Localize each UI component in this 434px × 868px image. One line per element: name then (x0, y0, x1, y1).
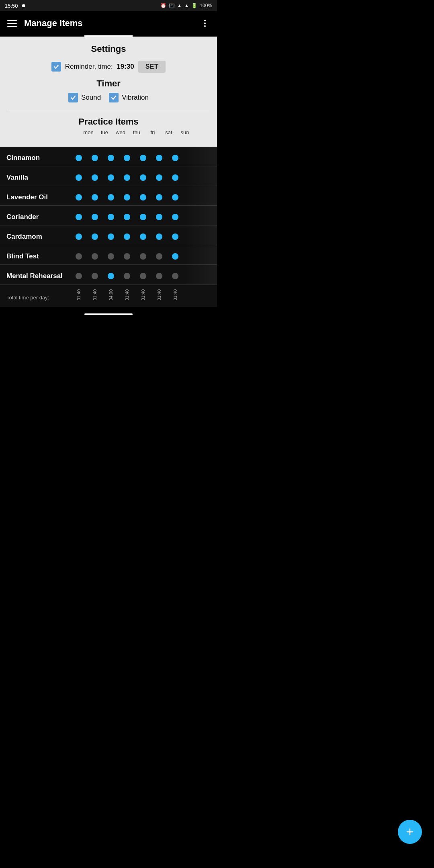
settings-divider (8, 110, 209, 110)
menu-button[interactable] (6, 18, 18, 29)
day-dot[interactable] (156, 273, 162, 279)
day-dot[interactable] (124, 174, 130, 181)
day-dot[interactable] (76, 233, 82, 240)
day-dot[interactable] (172, 155, 178, 161)
item-name: Vanilla (6, 174, 71, 182)
media-icon: ⏺ (21, 3, 26, 8)
day-dot[interactable] (92, 174, 98, 181)
day-dot[interactable] (156, 233, 162, 240)
day-total-time: 01:40 (76, 289, 81, 301)
item-name: Blind Test (6, 252, 71, 260)
vibrate-icon: 📳 (169, 3, 175, 8)
day-dot[interactable] (92, 155, 98, 161)
day-dot[interactable] (108, 233, 114, 240)
day-label: sat (161, 129, 177, 135)
day-label: fri (145, 129, 161, 135)
item-name: Cardamom (6, 233, 71, 241)
day-dot[interactable] (92, 214, 98, 220)
day-dot[interactable] (92, 194, 98, 201)
settings-section: Settings Reminder, time: 19:30 SET Timer… (0, 37, 217, 147)
footer-times: 01:4001:4004:0001:4001:4001:4001:40 (71, 289, 211, 301)
bottom-bar (0, 307, 217, 321)
table-row[interactable]: Blind Test (0, 245, 217, 265)
day-dot[interactable] (156, 194, 162, 201)
table-row[interactable]: Lavender Oil (0, 186, 217, 206)
day-dot[interactable] (108, 174, 114, 181)
item-dots (71, 155, 211, 161)
reminder-time-value: 19:30 (117, 63, 134, 70)
day-dot[interactable] (76, 273, 82, 279)
day-label: tue (96, 129, 113, 135)
day-dot[interactable] (156, 174, 162, 181)
day-dot[interactable] (140, 273, 146, 279)
more-options-button[interactable] (199, 18, 211, 29)
day-dot[interactable] (172, 253, 178, 260)
page-title: Manage Items (24, 18, 193, 29)
item-dots (71, 214, 211, 220)
table-row[interactable]: Coriander (0, 206, 217, 225)
day-dot[interactable] (108, 155, 114, 161)
day-dot[interactable] (124, 194, 130, 201)
day-total-time: 01:40 (125, 289, 129, 301)
day-dot[interactable] (76, 194, 82, 201)
items-list: CinnamonVanillaLavender OilCorianderCard… (0, 147, 217, 285)
timer-row: Sound Vibration (8, 93, 209, 102)
day-dot[interactable] (156, 253, 162, 260)
day-dot[interactable] (172, 233, 178, 240)
table-row[interactable]: Cardamom (0, 225, 217, 245)
table-row[interactable]: Mental Rehearsal (0, 265, 217, 285)
day-dot[interactable] (108, 194, 114, 201)
status-right: ⏰ 📳 ▲ ▲ 🔋 100% (160, 3, 212, 8)
day-dot[interactable] (92, 233, 98, 240)
day-dot[interactable] (108, 253, 114, 260)
alarm-icon: ⏰ (160, 3, 166, 8)
day-dot[interactable] (124, 273, 130, 279)
day-dot[interactable] (124, 253, 130, 260)
day-dot[interactable] (140, 233, 146, 240)
day-dot[interactable] (76, 253, 82, 260)
day-dot[interactable] (92, 273, 98, 279)
day-dot[interactable] (124, 155, 130, 161)
day-dot[interactable] (172, 194, 178, 201)
table-row[interactable]: Cinnamon (0, 147, 217, 166)
status-left: 15:50 ⏺ (5, 3, 26, 9)
day-dot[interactable] (140, 174, 146, 181)
day-dot[interactable] (140, 155, 146, 161)
day-dot[interactable] (156, 155, 162, 161)
settings-title: Settings (8, 44, 209, 54)
battery-icon: 🔋 (191, 3, 197, 8)
vibration-option: Vibration (109, 93, 149, 102)
vibration-checkbox[interactable] (109, 93, 119, 102)
status-bar: 15:50 ⏺ ⏰ 📳 ▲ ▲ 🔋 100% (0, 0, 217, 11)
day-dot[interactable] (124, 214, 130, 220)
app-bar: Manage Items (0, 11, 217, 35)
day-dot[interactable] (92, 253, 98, 260)
reminder-label: Reminder, time: 19:30 (65, 63, 134, 71)
vibration-label: Vibration (122, 94, 149, 102)
day-dot[interactable] (140, 214, 146, 220)
status-time: 15:50 (5, 3, 18, 9)
wifi-icon: ▲ (177, 3, 182, 8)
day-dot[interactable] (140, 253, 146, 260)
day-total-time: 01:40 (92, 289, 97, 301)
day-dot[interactable] (108, 214, 114, 220)
set-time-button[interactable]: SET (138, 61, 166, 73)
day-dot[interactable] (140, 194, 146, 201)
battery-percent: 100% (200, 3, 212, 8)
day-dot[interactable] (172, 174, 178, 181)
day-dot[interactable] (76, 214, 82, 220)
day-dot[interactable] (124, 233, 130, 240)
item-dots (71, 194, 211, 201)
day-dot[interactable] (76, 174, 82, 181)
day-dot[interactable] (108, 273, 114, 279)
sound-checkbox[interactable] (68, 93, 78, 102)
table-row[interactable]: Vanilla (0, 166, 217, 186)
day-dot[interactable] (156, 214, 162, 220)
day-dot[interactable] (172, 214, 178, 220)
sound-label: Sound (81, 94, 101, 102)
reminder-checkbox[interactable] (51, 62, 61, 72)
day-dot[interactable] (76, 155, 82, 161)
item-dots (71, 253, 211, 260)
timer-title: Timer (8, 78, 209, 89)
day-dot[interactable] (172, 273, 178, 279)
